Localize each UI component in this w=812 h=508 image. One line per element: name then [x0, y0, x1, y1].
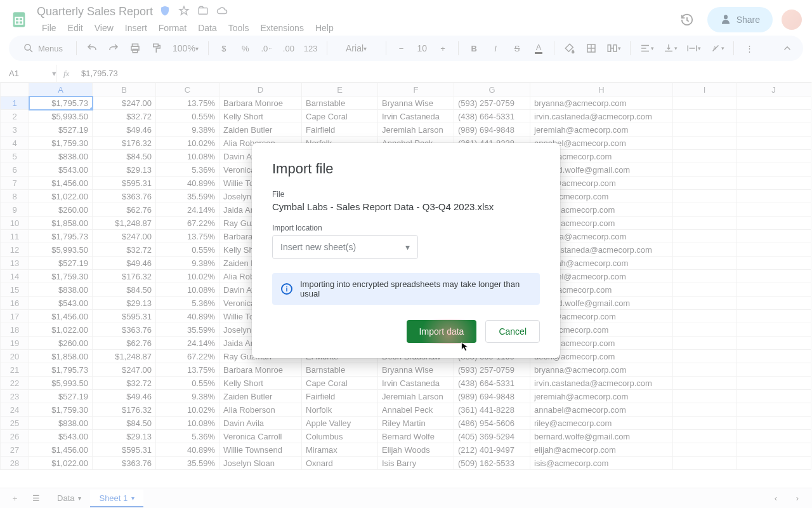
- dialog-title: Import file: [272, 161, 540, 177]
- info-banner: i Importing into encrypted spreadsheets …: [272, 273, 540, 305]
- import-location-label: Import location: [272, 224, 540, 232]
- info-icon: i: [281, 283, 292, 295]
- chevron-down-icon: ▾: [405, 242, 410, 252]
- import-location-select[interactable]: Insert new sheet(s) ▾: [272, 235, 418, 259]
- import-data-button[interactable]: Import data: [407, 320, 477, 343]
- file-label: File: [272, 190, 540, 199]
- cancel-button[interactable]: Cancel: [485, 320, 540, 343]
- import-file-dialog: Import file File Cymbal Labs - Sales Rep…: [252, 143, 560, 358]
- import-file-name: Cymbal Labs - Sales Report Data - Q3-Q4 …: [272, 201, 540, 212]
- info-text: Importing into encrypted spreadsheets ma…: [300, 279, 531, 298]
